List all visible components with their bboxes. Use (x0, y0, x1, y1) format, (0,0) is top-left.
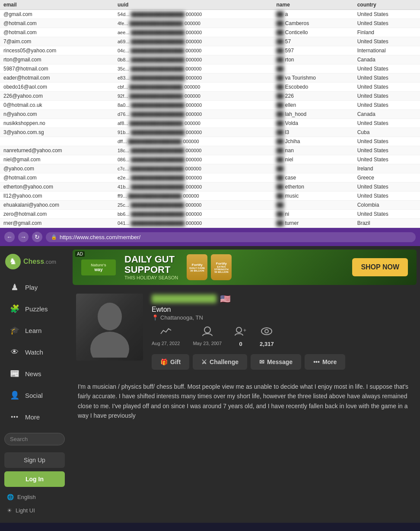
table-row: 0@hotmail.co.uk8a0... ████████████████ 0… (0, 101, 420, 110)
svg-point-2 (98, 303, 122, 330)
table-row: nanreturned@yahoo.com18c... ████████████… (0, 146, 420, 155)
sidebar-item-watch[interactable]: 👁 Watch (2, 342, 67, 362)
challenge-button[interactable]: ⚔ Challenge (193, 354, 247, 370)
display-name: Ewton (152, 306, 413, 313)
sidebar-label-watch: Watch (25, 349, 43, 356)
cell-country: United States (354, 210, 420, 219)
profile-info: 🇺🇸 Ewton 📍 Chattanooga, TN Aug 27, 2 (152, 294, 413, 370)
gift-icon: 🎁 (160, 358, 168, 365)
table-row: obedo16@aol.comcbf... ████████████████ 0… (0, 83, 420, 92)
ad-subtext: THIS HOLIDAY SEASON (124, 275, 178, 280)
table-row: @hotmail.come2e... ████████████████ 0000… (0, 173, 420, 182)
cell-country: United States (354, 192, 420, 201)
username-row: 🇺🇸 (152, 294, 413, 304)
table-row: dff... ████████████████ 000000██ JchihaU… (0, 137, 420, 146)
cell-uuid: 8a0... ████████████████ 000000 (114, 101, 273, 110)
log-in-button[interactable]: Log In (4, 471, 65, 487)
cell-uuid: d76... ████████████████ 000000 (114, 110, 273, 119)
ad-brand-logo: Nature's way (81, 259, 116, 275)
browser-navigation-bar: ← → ↻ 🔒 https://www.chess.com/member/ (0, 228, 420, 246)
location-text: Chattanooga, TN (160, 314, 203, 321)
message-button[interactable]: ✉ Message (251, 354, 301, 370)
theme-icon: ☀ (7, 507, 12, 514)
action-buttons: 🎁 Gift ⚔ Challenge ✉ Message ••• More (152, 354, 413, 370)
sidebar-item-puzzles[interactable]: 🧩 Puzzles (2, 298, 67, 319)
cell-email: niel@gmail.com (0, 155, 114, 164)
cell-email: nusikkshoppen.no (0, 119, 114, 128)
gift-button[interactable]: 🎁 Gift (152, 354, 189, 370)
cell-email: 226@yahoo.com (0, 92, 114, 101)
cell-country: United States (354, 64, 420, 74)
globe-icon: 🌐 (7, 494, 14, 500)
ad-cta-button[interactable]: SHOP NOW (352, 258, 408, 276)
chess-app: ♞ Chess.com ♟ Play 🧩 Puzzles 🎓 Learn 👁 W… (0, 246, 420, 523)
cell-name: ██ Camberos (273, 19, 353, 28)
cell-email: @yahoo.com (0, 164, 114, 173)
table-row: 5987@hotmail.com35c... ████████████████ … (0, 64, 420, 74)
cell-country: United States (354, 19, 420, 28)
cell-email: eader@hotmail.com (0, 74, 114, 83)
member-icon (201, 326, 213, 339)
logo-area[interactable]: ♞ Chess.com (0, 250, 69, 276)
views-icon (261, 326, 273, 339)
sidebar-item-play[interactable]: ♟ Play (2, 277, 67, 297)
bio-text: I'm a musician / physics buff/ chess buf… (78, 382, 411, 421)
cell-email: ehuakalani@yahoo.com (0, 201, 114, 210)
table-row: etherton@yahoo.com41b... ███████████████… (0, 182, 420, 192)
ad-banner[interactable]: AD Nature's way DAILY GUTSUPPORT THIS HO… (73, 250, 417, 285)
cell-uuid: dff... ████████████████ 000000 (114, 137, 273, 146)
cell-name: ██ l3 (273, 128, 353, 137)
cell-name: ██ etherton (273, 182, 353, 192)
more-actions-button[interactable]: ••• More (305, 354, 345, 370)
cell-email: rner@gmail.com (0, 219, 114, 228)
watch-icon: 👁 (9, 346, 21, 358)
sidebar-label-play: Play (25, 284, 38, 291)
cell-country: United States (354, 37, 420, 46)
cell-uuid: 4fe... ████████████████ 000000 (114, 19, 273, 28)
cell-name: ██ (273, 164, 353, 173)
sidebar-item-social[interactable]: 👤 Social (2, 385, 67, 406)
svg-point-5 (236, 327, 242, 333)
sidebar-label-news: News (25, 370, 41, 377)
stat2-label: May 23, 2007 (193, 341, 222, 346)
table-row: rincess05@yahoo.com04c... ██████████████… (0, 46, 420, 55)
sidebar-item-news[interactable]: 📰 News (2, 363, 67, 384)
cell-email: 0@hotmail.co.uk (0, 101, 114, 110)
lock-icon: 🔒 (51, 234, 57, 240)
cell-name: ██ turner (273, 219, 353, 228)
back-button[interactable]: ← (4, 232, 15, 242)
stat-views: 2,317 (260, 326, 274, 347)
avatar (76, 294, 143, 361)
cell-uuid: 086... ████████████████ 000000 (114, 155, 273, 164)
cell-uuid: 35c... ████████████████ 000000 (114, 64, 273, 74)
sidebar-item-more[interactable]: ••• More (2, 406, 67, 427)
sidebar-item-learn[interactable]: 🎓 Learn (2, 320, 67, 341)
search-input[interactable] (4, 433, 65, 445)
cell-uuid: 54d... ████████████████ 000000 (114, 10, 273, 19)
cell-uuid: 041... ████████████████ 000000 (114, 219, 273, 228)
cell-uuid: 0b8... ████████████████ 000000 (114, 55, 273, 64)
cell-email: etherton@yahoo.com (0, 182, 114, 192)
cell-name: ██ Jchiha (273, 137, 353, 146)
cell-country: United States (354, 182, 420, 192)
language-selector[interactable]: 🌐 English (0, 490, 69, 504)
col-header-uuid: uuid (114, 0, 273, 10)
logo-text: Chess.com (23, 258, 56, 266)
forward-button[interactable]: → (18, 232, 29, 242)
theme-toggle[interactable]: ☀ Light UI (0, 504, 69, 517)
cell-country: United States (354, 155, 420, 164)
table-row: rton@gmail.com0b8... ████████████████ 00… (0, 55, 420, 64)
url-bar[interactable]: 🔒 https://www.chess.com/member/ (46, 232, 416, 242)
sign-up-button[interactable]: Sign Up (4, 452, 65, 468)
cell-name: ██ ellen (273, 101, 353, 110)
sidebar-label-learn: Learn (25, 327, 41, 334)
refresh-button[interactable]: ↻ (32, 232, 42, 242)
cell-name: ██ case (273, 173, 353, 182)
cell-name: ██ Volda (273, 119, 353, 128)
main-content: AD Nature's way DAILY GUTSUPPORT THIS HO… (69, 246, 420, 523)
stat-member-since: May 23, 2007 (193, 326, 222, 347)
table-row: n@yahoo.comd76... ████████████████ 00000… (0, 110, 420, 119)
cell-name: ██ Escobedo (273, 83, 353, 92)
followers-icon: + (235, 326, 247, 339)
cell-uuid: ff9... ████████████████ 000000 (114, 192, 273, 201)
